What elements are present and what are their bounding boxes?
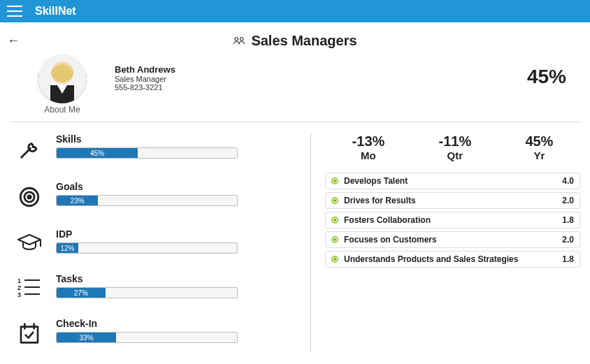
metric-label: Check-In [56,318,303,329]
app-brand: SkillNet [35,5,76,17]
metric-label: Skills [56,133,303,145]
numbered-list-icon: 1 2 3 [10,273,49,298]
people-icon [233,36,245,45]
metric-label: IDP [56,228,303,240]
details-column: -13% Mo -11% Qtr 45% Yr Develops Talent … [310,133,580,351]
main-content: Skills 45% Goals 23% [0,129,590,364]
page-header: ← Sales Managers [0,27,590,54]
progress-bar: 45% [56,147,238,159]
calendar-check-icon [10,318,49,344]
progress-bar: 27% [56,287,238,298]
profile-phone: 555-823-3221 [115,83,175,92]
top-bar: SkillNet [0,0,590,22]
profile-section: About Me Beth Andrews Sales Manager 555-… [10,54,580,122]
svg-rect-15 [21,327,38,343]
avatar[interactable] [38,54,87,103]
svg-text:1: 1 [17,277,21,284]
bullet-icon [331,256,338,263]
metric-idp[interactable]: IDP 12% [10,228,303,254]
bullet-icon [331,236,338,243]
svg-text:2: 2 [17,284,21,291]
stat-year: 45% Yr [525,133,553,161]
period-stats: -13% Mo -11% Qtr 45% Yr [325,133,580,161]
competency-item[interactable]: Fosters Collaboration 1.8 [325,212,580,228]
bullet-icon [331,217,338,224]
menu-icon[interactable] [7,6,22,17]
competency-item[interactable]: Focuses on Customers 2.0 [325,231,580,248]
profile-info: Beth Andrews Sales Manager 555-823-3221 [115,64,175,92]
about-me-label[interactable]: About Me [44,105,80,115]
metric-tasks[interactable]: 1 2 3 Tasks 27% [10,273,303,298]
metric-label: Goals [56,181,303,192]
svg-rect-10 [24,279,40,281]
stat-quarter: -11% Qtr [438,133,471,161]
metric-skills[interactable]: Skills 45% [10,133,303,161]
profile-role: Sales Manager [115,75,175,83]
svg-point-0 [235,38,238,41]
metric-checkin[interactable]: Check-In 33% [10,318,303,344]
back-arrow-icon[interactable]: ← [7,34,20,48]
svg-rect-14 [24,293,40,295]
svg-text:3: 3 [17,291,21,298]
competency-item[interactable]: Develops Talent 4.0 [325,173,580,189]
bullet-icon [331,177,338,184]
target-icon [10,181,49,209]
overall-percent: 45% [527,66,566,88]
page-title: Sales Managers [251,33,357,49]
metrics-column: Skills 45% Goals 23% [10,133,310,351]
progress-bar: 33% [56,332,238,343]
profile-name: Beth Andrews [115,64,175,75]
competency-item[interactable]: Drives for Results 2.0 [325,192,580,209]
svg-rect-12 [24,286,40,288]
wrench-icon [10,133,49,161]
metric-goals[interactable]: Goals 23% [10,181,303,209]
metric-label: Tasks [56,273,303,284]
graduation-cap-icon [10,228,49,252]
competency-list: Develops Talent 4.0 Drives for Results 2… [325,173,580,268]
progress-bar: 12% [56,242,238,254]
competency-item[interactable]: Understands Products and Sales Strategie… [325,251,580,268]
stat-month: -13% Mo [352,133,385,161]
bullet-icon [331,197,338,204]
svg-point-1 [240,38,244,41]
progress-bar: 23% [56,195,238,206]
svg-point-7 [28,196,31,198]
